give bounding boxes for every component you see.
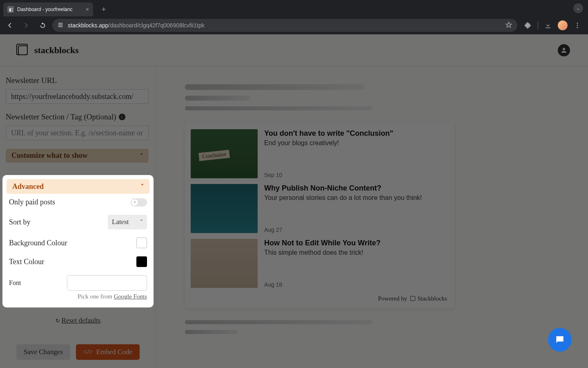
svg-point-0 (577, 22, 578, 24)
chevron-down-icon: ˅ (141, 183, 144, 190)
font-hint: Pick one from Google Fonts (7, 293, 149, 300)
browser-toolbar: stackblocks.app/dashboard/clgq42f7q00690… (0, 16, 588, 34)
sort-by-label: Sort by (9, 218, 31, 227)
customize-accordion[interactable]: Customize what to show ˄ (6, 149, 149, 163)
section-input[interactable] (6, 126, 149, 140)
extensions-icon[interactable] (523, 20, 533, 30)
post-thumbnail (191, 129, 258, 178)
brand-logo-icon (18, 45, 28, 55)
section-label: Newsletter Section / Tag (Optional) i (6, 112, 150, 121)
svg-point-1 (577, 25, 578, 26)
address-bar[interactable]: stackblocks.app/dashboard/clgq42f7q00690… (52, 19, 517, 32)
font-input[interactable] (67, 275, 147, 291)
preview-pane: You don't have to write "Conclusion" End… (156, 66, 588, 368)
account-avatar[interactable] (558, 44, 570, 56)
post-subtitle: Your personal stories can do a lot more … (264, 194, 422, 202)
toolbar-divider (538, 21, 538, 29)
post-title: You don't have to write "Conclusion" (264, 129, 393, 138)
menu-icon[interactable] (572, 20, 582, 30)
skeleton-line (185, 84, 365, 90)
post-date: Aug 18 (264, 281, 381, 288)
downloads-icon[interactable] (543, 20, 553, 30)
post-row[interactable]: Why Publish Non-Niche Content? Your pers… (191, 184, 449, 239)
post-subtitle: This simple method does the trick! (264, 249, 381, 256)
only-paid-toggle[interactable]: × (131, 198, 147, 206)
url-path: /dashboard/clgq42f7q006908lcvfii1tpk (109, 22, 205, 29)
bg-colour-swatch[interactable] (136, 238, 147, 248)
reload-button[interactable] (36, 19, 49, 32)
post-title: How Not to Edit While You Write? (264, 239, 381, 247)
new-tab-button[interactable]: + (98, 4, 109, 15)
reset-icon: ↻ (56, 318, 60, 324)
post-thumbnail (191, 239, 258, 288)
tab-favicon: ◧ (7, 6, 14, 13)
only-paid-label: Only paid posts (9, 198, 55, 206)
stackblocks-icon (410, 296, 415, 301)
save-button[interactable]: Save Changes (16, 344, 70, 360)
skeleton-line (185, 96, 250, 101)
chevron-up-icon: ˄ (140, 153, 143, 159)
profile-avatar[interactable] (558, 20, 568, 30)
tab-strip: ◧ Dashboard - yourfreelanc × + ⌄ (0, 0, 588, 16)
code-icon: </> (83, 348, 93, 356)
powered-by: Powered by Stackblocks (191, 294, 449, 302)
back-button[interactable] (3, 19, 16, 32)
svg-point-2 (577, 27, 578, 28)
embed-code-button[interactable]: </> Embed Code (76, 344, 140, 360)
text-colour-swatch[interactable] (136, 256, 147, 267)
post-row[interactable]: How Not to Edit While You Write? This si… (191, 239, 449, 294)
newsletter-url-label: Newsletter URL (6, 76, 150, 85)
post-thumbnail (191, 184, 258, 233)
skeleton-line (185, 106, 373, 110)
text-colour-label: Text Colour (9, 258, 44, 266)
advanced-accordion[interactable]: Advanced ˅ (7, 179, 149, 194)
settings-sidebar: Newsletter URL Newsletter Section / Tag … (0, 66, 156, 368)
embed-preview-card: You don't have to write "Conclusion" End… (185, 123, 454, 308)
font-label: Font (9, 279, 21, 287)
forward-button[interactable] (20, 19, 33, 32)
google-fonts-link[interactable]: Google Fonts (114, 293, 147, 300)
post-date: Aug 27 (264, 227, 422, 233)
post-date: Sep 10 (264, 172, 393, 178)
app-header: stackblocks (0, 34, 588, 66)
chevron-down-icon: ˅ (140, 219, 143, 225)
close-icon[interactable]: × (86, 6, 89, 13)
skeleton-line (185, 330, 238, 334)
bg-colour-label: Background Colour (9, 239, 67, 247)
newsletter-url-input[interactable] (6, 89, 149, 104)
site-settings-icon[interactable] (57, 22, 64, 29)
bookmark-icon[interactable] (505, 21, 512, 30)
post-title: Why Publish Non-Niche Content? (264, 184, 422, 193)
url-host: stackblocks.app (68, 22, 109, 29)
reset-defaults-link[interactable]: Reset defaults (62, 316, 101, 324)
browser-tab[interactable]: ◧ Dashboard - yourfreelanc × (3, 2, 93, 16)
chat-widget-button[interactable] (548, 328, 572, 352)
browser-chrome: ◧ Dashboard - yourfreelanc × + ⌄ stackbl… (0, 0, 588, 34)
app-page: stackblocks Newsletter URL Newsletter Se… (0, 34, 588, 368)
post-row[interactable]: You don't have to write "Conclusion" End… (191, 128, 449, 184)
sort-by-select[interactable]: Latest ˅ (108, 215, 147, 229)
brand-name: stackblocks (34, 45, 79, 56)
advanced-panel: Advanced ˅ Only paid posts × Sort by Lat… (2, 175, 154, 307)
tabs-dropdown-button[interactable]: ⌄ (573, 3, 583, 13)
info-icon[interactable]: i (119, 114, 125, 120)
skeleton-line (185, 320, 373, 324)
post-subtitle: End your blogs creatively! (264, 139, 393, 147)
tab-title: Dashboard - yourfreelanc (17, 7, 72, 12)
